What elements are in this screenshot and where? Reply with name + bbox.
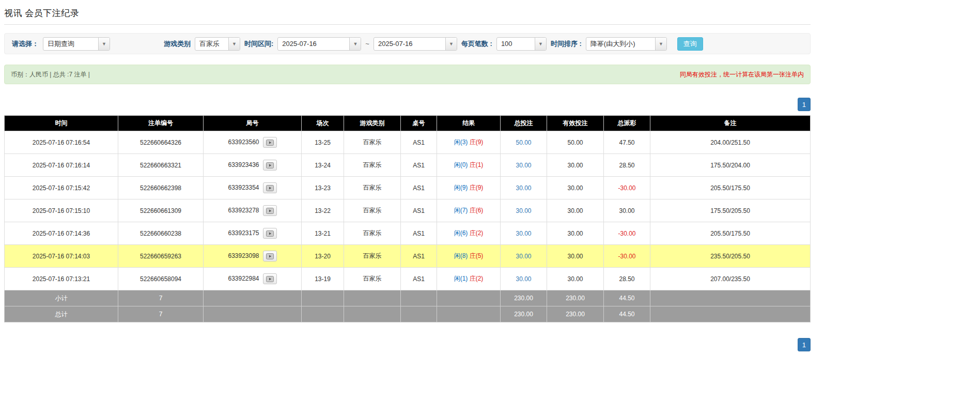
time-sort-select[interactable]: 降幂(由大到小) ▼ — [586, 37, 667, 51]
result-cell: 闲(3) 庄(9) — [437, 131, 501, 154]
currency-total-summary: 币别：人民币 | 总共 :7 注单 | — [11, 70, 90, 79]
game-type-cell: 百家乐 — [344, 222, 401, 245]
result-cell: 闲(9) 庄(9) — [437, 177, 501, 199]
game-type-cell: 百家乐 — [344, 268, 401, 290]
chevron-down-icon[interactable]: ▼ — [535, 38, 546, 50]
result-banker: 庄(2) — [470, 275, 484, 282]
payout-cell: 28.50 — [604, 154, 650, 177]
total-total-bet: 230.00 — [501, 306, 547, 322]
video-replay-icon-button[interactable] — [263, 251, 277, 261]
total-payout: 44.50 — [604, 306, 650, 322]
table-no-cell: AS1 — [401, 154, 437, 177]
session-cell: 13-24 — [302, 154, 344, 177]
page-size-select[interactable]: 100 ▼ — [496, 37, 547, 51]
header-total-bet: 总投注 — [501, 116, 547, 131]
time-cell: 2025-07-16 07:14:36 — [5, 222, 118, 245]
pagination-top: 1 — [4, 98, 811, 111]
video-replay-icon-button[interactable] — [263, 182, 277, 193]
video-replay-icon-button[interactable] — [263, 137, 277, 148]
date-to-value: 2025-07-16 — [374, 38, 445, 50]
result-cell: 闲(6) 庄(2) — [437, 222, 501, 245]
payout-cell: -30.00 — [604, 245, 650, 268]
page-number-button[interactable]: 1 — [798, 338, 811, 351]
payout-value: 28.50 — [619, 275, 634, 283]
game-type-label: 游戏类别 — [164, 39, 191, 49]
result-cell: 闲(8) 庄(5) — [437, 245, 501, 268]
bet-id-cell: 522660664326 — [118, 131, 204, 154]
result-player: 闲(1) — [454, 275, 468, 282]
page-number-button[interactable]: 1 — [798, 98, 811, 111]
search-button[interactable]: 查询 — [677, 37, 703, 51]
result-banker: 庄(2) — [470, 229, 484, 237]
game-type-value: 百家乐 — [195, 38, 228, 50]
result-player: 闲(9) — [454, 184, 468, 191]
time-cell: 2025-07-16 07:15:10 — [5, 199, 118, 222]
result-player: 闲(7) — [454, 207, 468, 214]
valid-bet-cell: 30.00 — [547, 222, 604, 245]
payout-cell: -30.00 — [604, 177, 650, 199]
time-range-label: 时间区间: — [244, 39, 273, 49]
total-bet-link[interactable]: 30.00 — [516, 207, 531, 214]
header-remark: 备注 — [650, 116, 811, 131]
empty-cell — [302, 306, 344, 322]
total-valid-bet: 230.00 — [547, 306, 604, 322]
table-row: 2025-07-16 07:15:42522660662398633923354… — [5, 177, 811, 199]
game-type-select[interactable]: 百家乐 ▼ — [195, 37, 240, 51]
result-cell: 闲(7) 庄(6) — [437, 199, 501, 222]
payout-cell: 28.50 — [604, 268, 650, 290]
result-banker: 庄(5) — [470, 252, 484, 259]
session-cell: 13-21 — [302, 222, 344, 245]
video-replay-icon-button[interactable] — [263, 205, 277, 216]
round-cell: 633923436 — [204, 154, 302, 177]
valid-bet-cell: 30.00 — [547, 245, 604, 268]
time-sort-label: 时间排序 : — [551, 39, 582, 49]
round-number: 633923098 — [228, 252, 259, 259]
subtotal-payout: 44.50 — [604, 290, 650, 306]
total-bet-link[interactable]: 30.00 — [516, 162, 531, 169]
bet-id-cell: 522660660238 — [118, 222, 204, 245]
remark-cell: 207.00/235.50 — [650, 268, 811, 290]
page: 视讯 会员下注纪录 请选择： 日期查询 ▼ 游戏类别 百家乐 ▼ 时间区间: 2… — [0, 0, 815, 362]
empty-cell — [437, 306, 501, 322]
remark-cell: 235.50/205.50 — [650, 245, 811, 268]
result-banker: 庄(1) — [470, 161, 484, 168]
page-size-label: 每页笔数 : — [461, 39, 492, 49]
time-cell: 2025-07-16 07:14:03 — [5, 245, 118, 268]
session-cell: 13-20 — [302, 245, 344, 268]
video-replay-icon-button[interactable] — [263, 228, 277, 239]
remark-cell: 205.50/175.50 — [650, 177, 811, 199]
date-from-select[interactable]: 2025-07-16 ▼ — [277, 37, 361, 51]
query-type-select[interactable]: 日期查询 ▼ — [43, 37, 110, 51]
round-number: 633923175 — [228, 229, 259, 237]
table-header-row: 时间 注单编号 局号 场次 游戏类别 桌号 结果 总投注 有效投注 总派彩 备注 — [5, 116, 811, 131]
video-replay-icon-button[interactable] — [263, 160, 277, 171]
table-no-cell: AS1 — [401, 222, 437, 245]
header-time: 时间 — [5, 116, 118, 131]
result-player: 闲(6) — [454, 229, 468, 237]
valid-bet-cell: 50.00 — [547, 131, 604, 154]
round-number: 633922984 — [228, 275, 259, 282]
total-bet-link[interactable]: 30.00 — [516, 230, 531, 237]
time-cell: 2025-07-16 07:16:14 — [5, 154, 118, 177]
chevron-down-icon[interactable]: ▼ — [349, 38, 361, 50]
chevron-down-icon[interactable]: ▼ — [445, 38, 457, 50]
table-no-cell: AS1 — [401, 199, 437, 222]
bet-id-cell: 522660661309 — [118, 199, 204, 222]
total-bet-link[interactable]: 30.00 — [516, 253, 531, 260]
round-cell: 633923278 — [204, 199, 302, 222]
header-session: 场次 — [302, 116, 344, 131]
result-player: 闲(0) — [454, 161, 468, 168]
total-bet-link[interactable]: 30.00 — [516, 275, 531, 283]
video-replay-icon-button[interactable] — [263, 273, 277, 284]
time-cell: 2025-07-16 07:13:21 — [5, 268, 118, 290]
chevron-down-icon[interactable]: ▼ — [98, 38, 110, 50]
total-bet-link[interactable]: 30.00 — [516, 184, 531, 192]
payout-value: 47.50 — [619, 139, 634, 146]
chevron-down-icon[interactable]: ▼ — [228, 38, 240, 50]
total-bet-link[interactable]: 50.00 — [516, 139, 531, 146]
date-to-select[interactable]: 2025-07-16 ▼ — [374, 37, 457, 51]
valid-bet-cell: 30.00 — [547, 268, 604, 290]
game-type-cell: 百家乐 — [344, 199, 401, 222]
chevron-down-icon[interactable]: ▼ — [655, 38, 666, 50]
game-type-cell: 百家乐 — [344, 131, 401, 154]
